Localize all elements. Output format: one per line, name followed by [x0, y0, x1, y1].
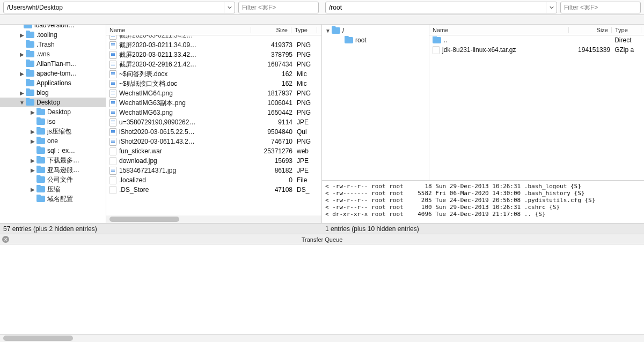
local-file-list[interactable]: 截屏2020-03-0211.34.2…截屏2020-03-0211.34.09… — [106, 35, 321, 215]
local-filter-combo[interactable] — [238, 2, 319, 13]
list-row[interactable]: ~$问答列表.docx162Mic — [106, 69, 321, 79]
tree-row[interactable]: root — [322, 35, 429, 45]
tree-row[interactable]: ▶Desktop — [0, 107, 106, 117]
tree-row[interactable]: ▶亚马逊服… — [0, 165, 106, 175]
list-row[interactable]: WechatIMG64.png1817937PNG — [106, 88, 321, 98]
file-name: .. — [433, 36, 572, 44]
disclosure-icon[interactable]: ▶ — [19, 32, 25, 38]
local-status: 57 entries (plus 2 hidden entries) — [0, 223, 322, 234]
remote-path-input[interactable] — [326, 4, 546, 11]
file-type: GZip a — [614, 46, 644, 54]
list-row[interactable]: ..Direct — [429, 35, 644, 45]
list-row[interactable]: download.jpg15693JPE — [106, 156, 321, 166]
tree-row[interactable]: ▶js压缩包 — [0, 127, 106, 136]
disclosure-icon[interactable]: ▶ — [19, 71, 25, 77]
chevron-down-icon[interactable] — [224, 2, 235, 13]
transfer-queue-body[interactable] — [0, 244, 644, 334]
col-type[interactable]: Type — [291, 27, 317, 33]
list-row[interactable]: 截屏2020-03-0211.34.09…419373PNG — [106, 40, 321, 50]
transfer-queue-header: ✕ Transfer Queue — [0, 234, 644, 244]
chevron-down-icon[interactable] — [546, 2, 557, 13]
file-size: 0 — [258, 176, 297, 184]
disclosure-icon[interactable]: ▶ — [19, 90, 25, 96]
file-name: fun_sticker.war — [119, 147, 258, 155]
tree-row[interactable]: ▶one — [0, 136, 106, 146]
list-row[interactable]: iShot2020-03-0615.22.5…9504840Qui — [106, 127, 321, 137]
list-header[interactable]: Name Size Type — [429, 25, 644, 35]
file-name: download.jpg — [119, 157, 258, 165]
list-row[interactable]: fun_sticker.war25371276web — [106, 146, 321, 156]
col-size[interactable]: Size — [251, 27, 291, 33]
list-row[interactable]: .DS_Store47108DS_ — [106, 185, 321, 195]
file-type: PNG — [297, 99, 321, 107]
disclosure-icon[interactable]: ▶ — [30, 158, 35, 163]
tree-row[interactable]: iso — [0, 117, 106, 127]
col-name[interactable]: Name — [106, 27, 251, 33]
col-name[interactable]: Name — [429, 27, 569, 33]
local-filter-input[interactable] — [239, 4, 319, 11]
remote-tree[interactable]: ▼/root — [322, 25, 429, 180]
disclosure-icon[interactable]: ▶ — [30, 167, 35, 173]
disclosure-icon[interactable]: ▶ — [30, 138, 35, 144]
list-header[interactable]: Name Size Type — [106, 25, 321, 35]
tree-row[interactable]: ▶.wns — [0, 49, 106, 59]
file-name: iShot2020-03-0615.22.5… — [119, 128, 258, 136]
col-type[interactable]: Type — [612, 27, 641, 33]
list-row[interactable]: ~$贴纸接口文档.doc162Mic — [106, 79, 321, 88]
tree-row[interactable]: 域名配置 — [0, 194, 106, 204]
col-size[interactable]: Size — [569, 27, 612, 33]
disclosure-icon[interactable]: ▼ — [19, 100, 25, 106]
tree-row[interactable]: loadVersion… — [0, 25, 106, 30]
remote-filter-input[interactable] — [561, 4, 641, 11]
remote-path-combo[interactable] — [325, 2, 557, 13]
tree-row[interactable]: ▶apache-tom… — [0, 69, 106, 78]
tree-row[interactable]: ▶.tooling — [0, 30, 106, 40]
list-row[interactable]: WechatIMG63副本.png1006041PNG — [106, 98, 321, 108]
tree-row[interactable]: AllanTian-m… — [0, 59, 106, 69]
tree-row[interactable]: .Trash — [0, 40, 106, 49]
list-row[interactable]: 截屏2020-03-0211.34.2… — [106, 35, 321, 40]
disclosure-icon[interactable]: ▶ — [30, 109, 35, 115]
disclosure-icon[interactable]: ▼ — [325, 28, 331, 34]
local-path-combo[interactable] — [3, 2, 235, 13]
disclosure-icon[interactable]: ▶ — [30, 187, 35, 192]
remote-filter-combo[interactable] — [560, 2, 641, 13]
h-scrollbar[interactable] — [0, 334, 644, 342]
tree-label: .Trash — [36, 41, 55, 48]
list-row[interactable]: 截屏2020-02-2916.21.42…1687434PNG — [106, 60, 321, 69]
tree-row[interactable]: ▶下载最多… — [0, 155, 106, 165]
list-row[interactable]: 截屏2020-03-0211.33.42…378795PNG — [106, 50, 321, 60]
tree-row[interactable]: sql：ex… — [0, 146, 106, 155]
file-size: 15693 — [258, 157, 297, 165]
tree-row[interactable]: Applications — [0, 78, 106, 88]
remote-file-list[interactable]: ..Directjdk-8u231-linux-x64.tar.gz194151… — [429, 35, 644, 180]
file-icon — [433, 46, 440, 54]
tree-row[interactable]: ▼/ — [322, 26, 429, 35]
list-row[interactable]: jdk-8u231-linux-x64.tar.gz194151339GZip … — [429, 45, 644, 55]
file-size: 1687434 — [258, 61, 297, 68]
h-scrollbar[interactable] — [106, 215, 321, 223]
folder-icon — [36, 176, 45, 183]
disclosure-icon[interactable]: ▶ — [30, 129, 35, 135]
list-row[interactable]: u=3580729190,9890262…9114JPE — [106, 117, 321, 127]
local-tree[interactable]: loadVersion… ▶.tooling.Trash▶.wnsAllanTi… — [0, 25, 106, 223]
folder-icon — [36, 186, 45, 192]
tree-row[interactable]: ▼Desktop — [0, 98, 106, 107]
folder-icon — [26, 32, 34, 38]
close-icon[interactable]: ✕ — [2, 236, 9, 243]
remote-toolbar — [322, 0, 644, 14]
list-row[interactable]: .localized0File — [106, 175, 321, 185]
file-icon — [109, 51, 116, 59]
list-row[interactable]: 1583467214371.jpg86182JPE — [106, 166, 321, 175]
disclosure-icon[interactable]: ▶ — [19, 51, 25, 57]
tree-label: .tooling — [36, 31, 57, 39]
local-path-input[interactable] — [4, 4, 224, 11]
list-row[interactable]: WechatIMG63.png1650442PNG — [106, 108, 321, 117]
tree-row[interactable]: ▶压缩 — [0, 184, 106, 194]
file-size: 9504840 — [258, 128, 297, 136]
folder-icon — [26, 61, 34, 67]
tree-row[interactable]: 公司文件 — [0, 175, 106, 184]
tree-row[interactable]: ▶blog — [0, 88, 106, 98]
remote-log[interactable]: < -rw-r--r-- root root 18 Sun 29-Dec-201… — [322, 180, 644, 223]
list-row[interactable]: iShot2020-03-0611.43.2…746710PNG — [106, 137, 321, 146]
